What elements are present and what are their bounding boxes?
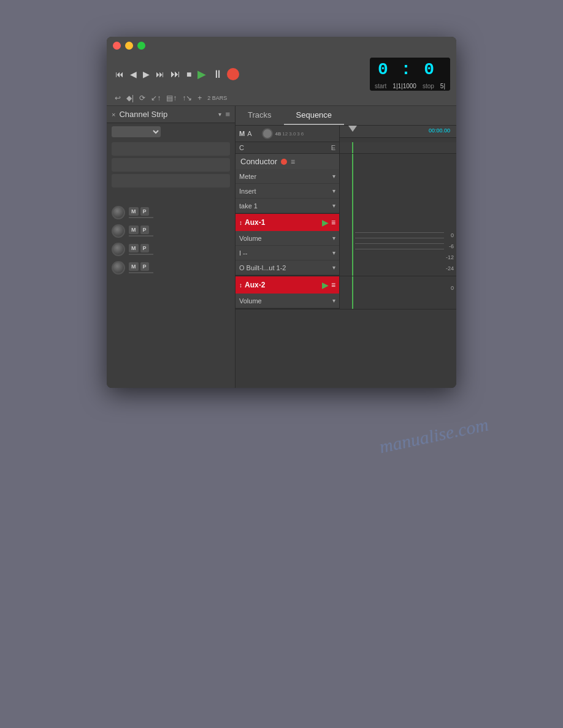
- knob-4[interactable]: [112, 261, 125, 275]
- level-neg12: -12: [446, 254, 454, 260]
- knob-2[interactable]: [112, 224, 125, 238]
- mute-button-1[interactable]: M: [129, 207, 139, 216]
- track-header-controls: M A 4B 12 3.0 3 6: [236, 126, 339, 142]
- arm-header: A: [247, 130, 251, 137]
- aux1-track: ↕ Aux-1 ▶ ≡ Volume ▾ I --: [236, 214, 339, 276]
- aux1-volume-row: Volume ▾: [236, 231, 339, 246]
- meter-label: Meter: [239, 173, 332, 180]
- strip-row-1: [112, 142, 230, 156]
- aux1-volume-label: Volume: [239, 235, 332, 242]
- aux1-name: Aux-1: [245, 218, 320, 227]
- start-value: 1|1|1000: [393, 83, 416, 89]
- aux1-levels: 0 -6 -12 -24: [446, 232, 454, 271]
- conductor-playhead: [352, 154, 353, 214]
- play-forward-button[interactable]: ▶: [140, 68, 152, 80]
- meter-dropdown-icon[interactable]: ▾: [332, 173, 335, 180]
- strip-row-3: [112, 174, 230, 188]
- to-start-button[interactable]: ⏭: [168, 67, 183, 81]
- channel-strip-dropdown-icon[interactable]: ▾: [218, 111, 221, 118]
- aux2-header[interactable]: ↕ Aux-2 ▶ ≡: [236, 276, 339, 294]
- aux2-volume-row: Volume ▾: [236, 294, 339, 308]
- pan-button-3[interactable]: P: [140, 244, 149, 252]
- aux2-track-container: ↕ Aux-2 ▶ ≡ Volume ▾: [236, 276, 456, 309]
- aux2-volume-dropdown[interactable]: ▾: [332, 297, 335, 304]
- piano-roll-button[interactable]: ▤↑: [164, 93, 178, 103]
- bars-button[interactable]: 2 BARS: [205, 94, 229, 102]
- pan-button-4[interactable]: P: [140, 262, 149, 271]
- back-button[interactable]: ◀: [128, 68, 139, 80]
- module-buttons-2: M P: [129, 226, 153, 234]
- conductor-menu-icon[interactable]: ≡: [291, 157, 295, 166]
- knob-3[interactable]: [112, 243, 125, 256]
- aux1-input-dropdown[interactable]: ▾: [332, 249, 335, 256]
- tracks-tabs: Tracks Sequence: [236, 106, 456, 126]
- channel-modules: M P M P: [107, 202, 235, 278]
- channel-strip-header: × Channel Strip ▾ ≡: [107, 106, 235, 123]
- metronome-button[interactable]: ◆|: [124, 93, 136, 103]
- aux1-input-row: I -- ▾: [236, 246, 339, 260]
- tab-sequence[interactable]: Sequence: [284, 106, 345, 125]
- mute-button-3[interactable]: M: [129, 244, 139, 252]
- conductor-record-button[interactable]: [281, 159, 287, 165]
- sequence-header: 00:00.00: [340, 126, 456, 142]
- aux1-menu-icon[interactable]: ≡: [331, 218, 335, 227]
- nudge-left-button[interactable]: ↙↑: [149, 93, 163, 103]
- close-button[interactable]: [113, 42, 121, 50]
- conductor-label: Conductor: [240, 157, 277, 166]
- play-button[interactable]: ▶: [195, 66, 209, 82]
- mute-button-2[interactable]: M: [129, 226, 139, 234]
- mute-header: M: [239, 130, 245, 137]
- maximize-button[interactable]: [137, 42, 145, 50]
- rewind-button[interactable]: ⏮: [113, 68, 126, 80]
- transport-row-2: ↩ ◆| ⟳ ↙↑ ▤↑ ↑↘ + 2 BARS: [113, 93, 450, 103]
- aux2-arrow: ↕: [239, 282, 242, 289]
- channel-strip-close-button[interactable]: ×: [112, 111, 115, 118]
- stop-label: stop: [423, 83, 434, 89]
- minimize-button[interactable]: [125, 42, 133, 50]
- channel-strip-menu-icon[interactable]: ≡: [225, 110, 230, 119]
- start-label: start: [375, 83, 386, 89]
- channel-module-3: M P: [112, 243, 230, 256]
- aux1-header[interactable]: ↕ Aux-1 ▶ ≡: [236, 214, 339, 231]
- aux1-sequence-area: 0 -6 -12 -24: [340, 214, 456, 276]
- tab-tracks[interactable]: Tracks: [236, 106, 284, 125]
- module-buttons-3: M P: [129, 244, 153, 252]
- take-dropdown-icon[interactable]: ▾: [332, 202, 335, 209]
- aux1-volume-dropdown[interactable]: ▾: [332, 235, 335, 241]
- c-row-left: C E: [236, 142, 340, 154]
- aux2-level-0: 0: [451, 285, 454, 291]
- undo-button[interactable]: ↩: [113, 93, 123, 103]
- title-bar: [107, 37, 456, 54]
- pan-button-2[interactable]: P: [140, 226, 149, 234]
- mute-button-4[interactable]: M: [129, 262, 139, 271]
- time-info: start 1|1|1000 stop 5|: [370, 82, 450, 91]
- record-button[interactable]: [227, 68, 239, 80]
- add-button[interactable]: +: [196, 93, 204, 103]
- channel-strip-controls: [107, 140, 235, 190]
- conductor-header[interactable]: Conductor ≡: [236, 154, 339, 169]
- c-row: C E: [236, 142, 339, 154]
- channel-selector-dropdown[interactable]: [112, 126, 161, 137]
- aux1-output-label: O Built-l...ut 1-2: [239, 264, 332, 271]
- aux2-track-left: ↕ Aux-2 ▶ ≡ Volume ▾: [236, 276, 340, 309]
- fast-forward-button[interactable]: ⏭: [153, 68, 167, 80]
- channel-module-4: M P: [112, 261, 230, 275]
- aux2-menu-icon[interactable]: ≡: [331, 281, 335, 289]
- e-label: E: [331, 144, 335, 151]
- conductor-right: [340, 154, 456, 214]
- insert-dropdown-icon[interactable]: ▾: [332, 188, 335, 194]
- aux2-play-button[interactable]: ▶: [322, 280, 329, 290]
- stop-button[interactable]: ■: [184, 68, 194, 80]
- knob-1[interactable]: [112, 206, 125, 219]
- module-dash-2: [129, 235, 153, 237]
- nudge-right-button[interactable]: ↑↘: [180, 93, 194, 103]
- aux1-output-dropdown[interactable]: ▾: [332, 264, 335, 271]
- monitor-circle[interactable]: [262, 128, 273, 139]
- aux1-play-button[interactable]: ▶: [322, 218, 329, 227]
- aux2-playhead: [352, 276, 353, 309]
- time-marker-label: 00:00.00: [429, 127, 450, 134]
- cycle-button[interactable]: ⟳: [137, 93, 147, 103]
- pause-button[interactable]: ⏸: [210, 67, 226, 82]
- pan-button-1[interactable]: P: [140, 207, 149, 216]
- aux1-arrow: ↕: [239, 219, 242, 226]
